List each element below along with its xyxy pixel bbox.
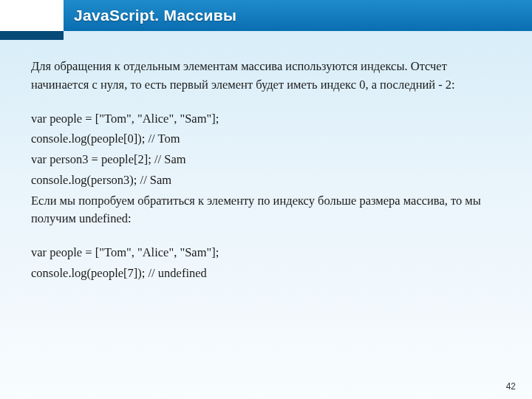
code-line: var person3 = people[2]; // Sam	[31, 151, 501, 169]
paragraph-undefined: Если мы попробуем обратиться к элементу …	[31, 192, 501, 229]
header-accent-underline	[0, 31, 64, 40]
page-number: 42	[506, 381, 516, 392]
code-line: console.log(people[0]); // Tom	[31, 130, 501, 149]
paragraph-intro: Для обращения к отдельным элементам масс…	[31, 58, 501, 95]
code-line: var people = ["Tom", "Alice", "Sam"];	[31, 244, 501, 262]
header-title-bar: JavaScript. Массивы	[64, 0, 532, 31]
header-accent-box	[0, 0, 64, 31]
slide-content: Для обращения к отдельным элементам масс…	[0, 40, 532, 283]
slide-title: JavaScript. Массивы	[74, 7, 236, 24]
code-line: var people = ["Tom", "Alice", "Sam"];	[31, 110, 501, 129]
code-line: console.log(person3); // Sam	[31, 171, 501, 190]
code-line: console.log(people[7]); // undefined	[31, 265, 501, 283]
slide-header: JavaScript. Массивы	[0, 0, 532, 40]
